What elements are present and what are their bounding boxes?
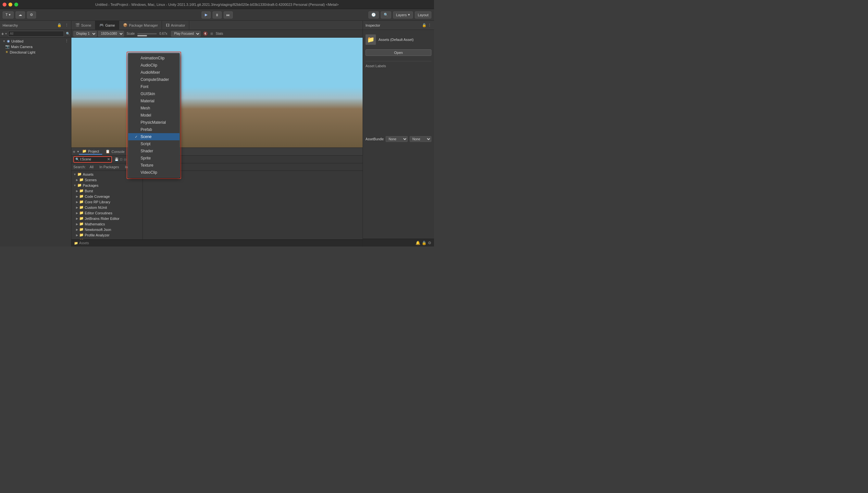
step-icon: ⏭	[226, 13, 230, 17]
account-button[interactable]: T ▾	[3, 12, 14, 19]
package-tab-icon: 📦	[123, 23, 128, 27]
pause-button[interactable]: ⏸	[213, 12, 222, 19]
settings-button[interactable]: ⚙	[27, 12, 36, 19]
close-button[interactable]	[3, 3, 6, 6]
asset-bundle-select[interactable]: None	[386, 136, 407, 142]
item-label-physicmaterial: PhysicMaterial	[140, 120, 166, 125]
open-asset-button[interactable]: Open	[365, 49, 431, 56]
hierarchy-camera-item[interactable]: 📷 Main Camera	[0, 44, 71, 49]
inspector-menu-icon[interactable]: ⋮	[428, 23, 431, 27]
tree-packages[interactable]: ▼ 📁 Packages	[71, 183, 142, 188]
dropdown-item-computeshader[interactable]: ComputeShader	[128, 76, 179, 83]
dropdown-item-prefab[interactable]: Prefab	[128, 126, 179, 133]
dropdown-item-scene[interactable]: ✓ Scene	[128, 133, 179, 140]
item-label-sprite: Sprite	[140, 156, 151, 160]
pause-icon: ⏸	[215, 13, 219, 17]
play-focused-select[interactable]: Play Focused	[171, 31, 201, 37]
dropdown-item-script[interactable]: Script	[128, 140, 179, 147]
dropdown-item-audioclip[interactable]: AudioClip	[128, 62, 179, 69]
project-search-input[interactable]	[80, 157, 106, 161]
asset-bundle-variant-select[interactable]: None	[410, 136, 431, 142]
profile-expand-icon: ▶	[76, 234, 78, 237]
save-search-icon[interactable]: 💾	[115, 157, 118, 161]
dropdown-item-shader[interactable]: Shader	[128, 147, 179, 155]
dropdown-item-mesh[interactable]: Mesh	[128, 105, 179, 112]
tab-package-manager[interactable]: 📦 Package Manager	[119, 21, 162, 29]
tree-editor-coroutines[interactable]: ▶ 📁 Editor Coroutines	[71, 210, 142, 216]
tab-console[interactable]: 📋 Console	[102, 149, 128, 154]
stats-label[interactable]: Stats	[216, 32, 223, 36]
hierarchy-scene-menu-icon[interactable]: ⋮	[65, 39, 68, 43]
dropdown-item-audiomixer[interactable]: AudioMixer	[128, 69, 179, 76]
tab-scene[interactable]: 🎬 Scene	[71, 21, 95, 29]
filter-all[interactable]: All	[88, 165, 95, 169]
inspector-header: Inspector 🔒 ⋮	[363, 21, 434, 30]
project-add-button[interactable]: +	[73, 149, 75, 154]
maximize-button[interactable]	[14, 3, 18, 6]
layers-chevron-icon: ▾	[408, 13, 410, 17]
hierarchy-search-icon[interactable]: 🔍	[66, 32, 70, 36]
core-rp-label: Core RP Library	[85, 200, 110, 204]
dropdown-item-physicmaterial[interactable]: PhysicMaterial	[128, 119, 179, 126]
history-button[interactable]: 🕐	[369, 12, 379, 19]
dropdown-item-sprite[interactable]: Sprite	[128, 155, 179, 162]
asset-bundle-section: AssetBundle None None	[365, 70, 431, 142]
hierarchy-dropdown-icon[interactable]: ▾	[5, 32, 7, 36]
tree-profile-analyzer[interactable]: ▶ 📁 Profile Analyzer	[71, 232, 142, 238]
tree-custom-nunit[interactable]: ▶ 📁 Custom NUnit	[71, 205, 142, 210]
hierarchy-menu-icon[interactable]: ⋮	[65, 23, 68, 27]
jetbrains-folder-icon: 📁	[79, 216, 84, 220]
tree-newtonsoft[interactable]: ▶ 📁 Newtonsoft Json	[71, 227, 142, 232]
grid-icon[interactable]: ⊞	[210, 32, 213, 36]
asset-labels-section: Asset Labels	[365, 61, 431, 68]
layout-button[interactable]: Layout	[415, 12, 431, 19]
minimize-button[interactable]	[8, 3, 12, 6]
tree-core-rp[interactable]: ▶ 📁 Core RP Library	[71, 199, 142, 205]
scale-slider-fill	[137, 35, 147, 36]
asset-bundle-row: AssetBundle None None	[365, 136, 431, 142]
hierarchy-search-input[interactable]	[8, 31, 64, 37]
camera-icon: 📷	[5, 44, 10, 49]
asset-folder-icon: 📁	[365, 35, 376, 45]
tab-animator[interactable]: 🎞 Animator	[162, 21, 189, 29]
tree-jetbrains[interactable]: ▶ 📁 JetBrains Rider Editor	[71, 216, 142, 221]
mute-icon[interactable]: 🔇	[203, 31, 208, 36]
step-button[interactable]: ⏭	[224, 12, 233, 19]
coverage-folder-icon: 📁	[79, 194, 84, 198]
hierarchy-lock-icon[interactable]: 🔒	[57, 23, 62, 27]
dropdown-item-font[interactable]: Font	[128, 83, 179, 90]
custom-nunit-folder-icon: 📁	[79, 205, 84, 210]
dropdown-item-videoclip[interactable]: VideoClip	[128, 169, 179, 176]
layers-button[interactable]: Layers ▾	[393, 12, 413, 19]
resolution-select[interactable]: 1920x1080	[98, 31, 124, 37]
scene-icon: ◉	[7, 39, 10, 43]
dropdown-item-material[interactable]: Material	[128, 98, 179, 105]
hierarchy-scene-item[interactable]: ▼ ◉ Untitled ⋮	[0, 38, 71, 44]
hierarchy-light-item[interactable]: ☀ Directional Light	[0, 49, 71, 55]
dropdown-item-animationclip[interactable]: AnimationClip	[128, 55, 179, 62]
tab-project[interactable]: 📁 Project	[79, 148, 102, 155]
project-tree: ▼ 📁 Assets ▶ 📁 Scenes ▼ 📁 Packages	[71, 171, 143, 239]
filter-in-packages[interactable]: In Packages	[97, 165, 121, 169]
tree-code-coverage[interactable]: ▶ 📁 Code Coverage	[71, 194, 142, 199]
packages-folder-icon: 📁	[77, 183, 82, 187]
tree-mathematics[interactable]: ▶ 📁 Mathematics	[71, 221, 142, 227]
filter-icon1[interactable]: ⊡	[120, 157, 123, 161]
filter-icon2[interactable]: ◎	[124, 157, 127, 161]
inspector-lock-icon[interactable]: 🔒	[422, 23, 426, 27]
hierarchy-add-button[interactable]: +	[1, 31, 4, 36]
tree-burst[interactable]: ▶ 📁 Burst	[71, 188, 142, 194]
dropdown-item-guiskin[interactable]: GUISkin	[128, 90, 179, 98]
dropdown-item-texture[interactable]: Texture	[128, 162, 179, 169]
newtonsoft-label: Newtonsoft Json	[85, 228, 111, 232]
tab-game[interactable]: 🎮 Game	[95, 21, 119, 29]
collab-button[interactable]: ☁	[16, 12, 25, 19]
dropdown-border: AnimationClip AudioClip AudioMixer Compu…	[127, 52, 181, 179]
play-button[interactable]: ▶	[202, 12, 211, 19]
search-clear-icon[interactable]: ✕	[107, 157, 110, 162]
dropdown-item-model[interactable]: Model	[128, 112, 179, 119]
toolbar-center: ▶ ⏸ ⏭	[202, 12, 233, 19]
scenes-expand-icon: ▶	[76, 178, 78, 181]
display-select[interactable]: Display 1	[73, 31, 97, 37]
search-toolbar-button[interactable]: 🔍	[381, 12, 391, 19]
